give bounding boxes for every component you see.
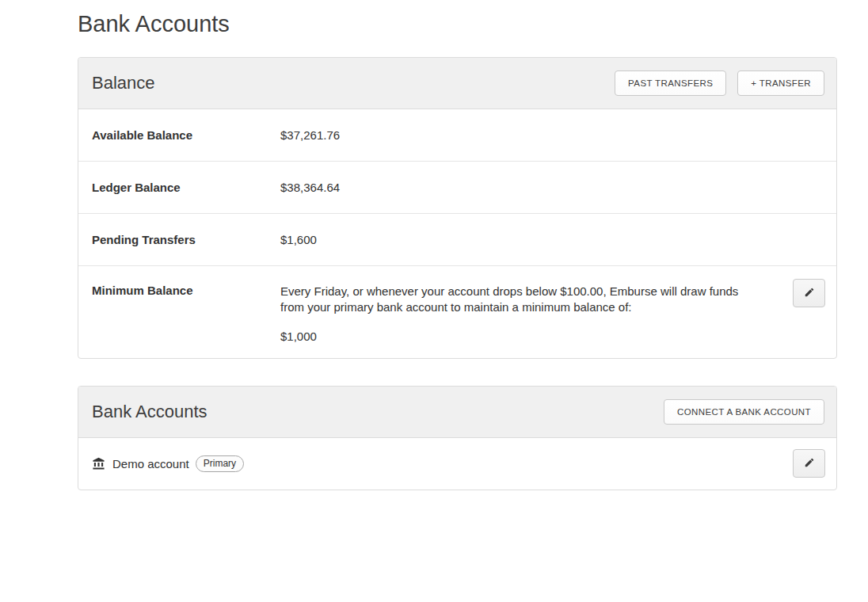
balance-card-title: Balance	[92, 73, 155, 93]
edit-minimum-balance-button[interactable]	[793, 279, 825, 307]
page-title: Bank Accounts	[78, 10, 837, 38]
minimum-balance-content: Every Friday, or whenever your account d…	[280, 284, 763, 345]
available-balance-label: Available Balance	[92, 128, 280, 142]
row-minimum-balance: Minimum Balance Every Friday, or wheneve…	[78, 265, 836, 358]
balance-header-actions: PAST TRANSFERS + TRANSFER	[615, 70, 824, 96]
ledger-balance-label: Ledger Balance	[92, 181, 280, 194]
balance-card: Balance PAST TRANSFERS + TRANSFER Availa…	[78, 57, 837, 359]
add-transfer-button[interactable]: + TRANSFER	[737, 70, 824, 96]
pending-transfers-value: $1,600	[280, 233, 317, 246]
row-pending-transfers: Pending Transfers $1,600	[78, 213, 836, 265]
minimum-balance-label: Minimum Balance	[92, 284, 280, 297]
bank-icon	[92, 457, 105, 471]
edit-account-button[interactable]	[793, 449, 825, 478]
pencil-icon	[804, 457, 815, 471]
account-row: Demo account Primary	[78, 438, 836, 490]
bank-accounts-card: Bank Accounts CONNECT A BANK ACCOUNT Dem…	[78, 386, 837, 490]
account-name: Demo account	[112, 457, 189, 471]
pencil-icon	[804, 287, 815, 300]
row-available-balance: Available Balance $37,261.76	[78, 109, 836, 161]
available-balance-value: $37,261.76	[280, 128, 340, 142]
bank-accounts-page: Bank Accounts Balance PAST TRANSFERS + T…	[78, 10, 837, 490]
past-transfers-button[interactable]: PAST TRANSFERS	[615, 70, 726, 96]
minimum-balance-value: $1,000	[280, 329, 763, 345]
bank-accounts-card-title: Bank Accounts	[92, 402, 207, 422]
ledger-balance-value: $38,364.64	[280, 181, 340, 194]
balance-card-header: Balance PAST TRANSFERS + TRANSFER	[78, 58, 836, 109]
primary-badge: Primary	[196, 455, 244, 472]
bank-accounts-card-header: Bank Accounts CONNECT A BANK ACCOUNT	[78, 387, 836, 438]
pending-transfers-label: Pending Transfers	[92, 233, 280, 246]
minimum-balance-description: Every Friday, or whenever your account d…	[280, 284, 763, 315]
connect-bank-account-button[interactable]: CONNECT A BANK ACCOUNT	[664, 399, 824, 425]
row-ledger-balance: Ledger Balance $38,364.64	[78, 161, 836, 213]
